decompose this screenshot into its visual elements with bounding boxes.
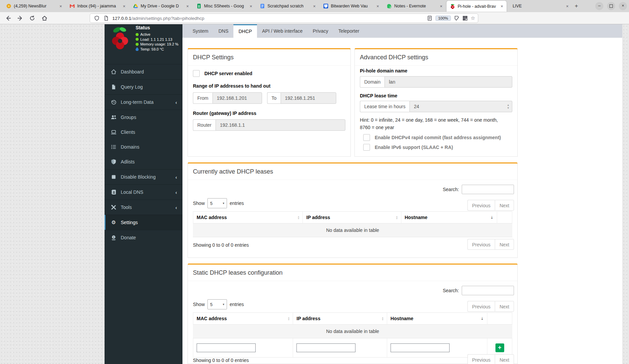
sidebar-item-groups[interactable]: Groups bbox=[105, 110, 182, 125]
search-input[interactable] bbox=[462, 185, 514, 194]
close-icon[interactable]: × bbox=[248, 4, 254, 9]
sidebar-item-tools[interactable]: Tools ‹ bbox=[105, 200, 182, 215]
lease-time-input[interactable] bbox=[409, 101, 512, 112]
page-size-select[interactable]: 5▾ bbox=[207, 198, 227, 208]
close-icon[interactable]: × bbox=[375, 4, 380, 9]
sidebar-item-disable-blocking[interactable]: Disable Blocking ‹ bbox=[105, 169, 182, 184]
range-from-group: From bbox=[193, 92, 262, 104]
browser-tab-drive[interactable]: My Drive - Google D × bbox=[130, 0, 192, 12]
browser-tab-evernote[interactable]: Notes - Evernote × bbox=[383, 0, 446, 12]
shield-icon[interactable] bbox=[94, 16, 99, 21]
sidebar-item-local-dns[interactable]: Local DNS ‹ bbox=[105, 184, 182, 200]
window-minimize-button[interactable]: – bbox=[595, 2, 603, 10]
browser-tab-sheets[interactable]: Misc SSheets - Goog × bbox=[193, 0, 256, 12]
zoom-level-indicator[interactable]: 100% bbox=[435, 16, 451, 21]
domain-input[interactable] bbox=[384, 76, 512, 88]
previous-button[interactable]: Previous bbox=[467, 354, 495, 364]
browser-tab-newsblur[interactable]: (4,259) NewsBlur × bbox=[3, 0, 65, 12]
reload-icon[interactable] bbox=[29, 15, 35, 21]
next-button[interactable]: Next bbox=[495, 354, 514, 364]
window-close-button[interactable]: × bbox=[619, 2, 627, 10]
panel-title: Static DHCP leases configuration bbox=[193, 269, 283, 276]
dhcp-server-enabled-checkbox[interactable] bbox=[193, 70, 200, 77]
ipv6-support-checkbox[interactable] bbox=[363, 144, 370, 151]
url-field[interactable]: 127.0.0.1/admin/settings.php?tab=piholed… bbox=[90, 13, 478, 23]
next-button[interactable]: Next bbox=[495, 200, 514, 211]
browser-tab-gmail[interactable]: Inbox (94) - jaiamma × bbox=[66, 0, 129, 12]
sidebar-item-adlists[interactable]: Adlists bbox=[105, 154, 182, 169]
svg-text:$: $ bbox=[113, 236, 114, 239]
close-icon[interactable]: × bbox=[121, 4, 127, 9]
previous-button[interactable]: Previous bbox=[467, 200, 495, 211]
browser-tab-live[interactable]: LIVE × bbox=[509, 0, 572, 12]
highlight-icon[interactable] bbox=[454, 16, 459, 21]
column-header-hostname[interactable]: Hostname⇣ bbox=[387, 313, 487, 324]
containers-icon[interactable] bbox=[462, 16, 468, 21]
close-icon[interactable]: × bbox=[499, 4, 505, 9]
new-mac-input[interactable] bbox=[197, 343, 256, 352]
ipv6-support-row: Enable IPv6 support (SLAAC + RA) bbox=[363, 144, 453, 151]
tab-system[interactable]: System bbox=[188, 24, 213, 38]
close-icon[interactable]: × bbox=[185, 4, 190, 9]
address-book-icon bbox=[111, 189, 117, 195]
sidebar-item-query-log[interactable]: Query Log bbox=[105, 79, 182, 94]
sidebar: Status Active Load: 1.1 1.21 1.13 Memory… bbox=[105, 24, 182, 364]
close-icon[interactable]: × bbox=[438, 4, 444, 9]
sidebar-item-donate[interactable]: $ Donate bbox=[105, 230, 182, 245]
tab-teleporter[interactable]: Teleporter bbox=[333, 24, 364, 38]
tools-icon bbox=[111, 204, 117, 210]
browser-tab-pihole-active[interactable]: Pi-hole - advait-Brav × bbox=[447, 1, 507, 12]
reader-mode-icon[interactable] bbox=[427, 16, 432, 21]
from-addon: From bbox=[193, 92, 212, 104]
back-icon[interactable] bbox=[5, 15, 11, 21]
static-leases-pagination-top: Previous Next bbox=[467, 301, 514, 312]
column-header-mac[interactable]: MAC address▴▾ bbox=[193, 212, 303, 223]
close-icon[interactable]: × bbox=[312, 4, 317, 9]
sort-active-icon: ⇣ bbox=[490, 216, 493, 219]
browser-tab-scratchpad[interactable]: Scratchpad scratch × bbox=[256, 0, 319, 12]
tab-privacy[interactable]: Privacy bbox=[308, 24, 333, 38]
sidebar-item-settings[interactable]: ⚙ Settings bbox=[105, 215, 182, 230]
next-button[interactable]: Next bbox=[495, 301, 514, 312]
dhcp-settings-panel: DHCP Settings DHCP server enabled Range … bbox=[188, 48, 351, 157]
previous-button[interactable]: Previous bbox=[467, 301, 495, 312]
forward-icon[interactable] bbox=[17, 15, 23, 21]
sidebar-item-long-term-data[interactable]: Long-term Data ‹ bbox=[105, 94, 182, 110]
router-input[interactable] bbox=[216, 119, 345, 131]
sidebar-item-clients[interactable]: Clients bbox=[105, 125, 182, 140]
add-static-lease-button[interactable]: + bbox=[495, 343, 504, 352]
page-info-icon[interactable] bbox=[104, 16, 109, 21]
active-leases-show-entries: Show 5▾ entries bbox=[193, 198, 244, 208]
previous-button[interactable]: Previous bbox=[467, 239, 495, 250]
lease-hint-text: Hint: 0 = infinite, 24 = one day, 168 = … bbox=[360, 117, 508, 131]
column-header-ip[interactable]: IP address▴▾ bbox=[303, 212, 401, 223]
sidebar-item-dashboard[interactable]: Dashboard bbox=[105, 64, 182, 79]
search-input[interactable] bbox=[462, 286, 514, 295]
range-to-input[interactable] bbox=[281, 92, 336, 104]
close-icon[interactable]: × bbox=[565, 4, 570, 9]
tab-api-web-interface[interactable]: API / Web interface bbox=[257, 24, 308, 38]
bitwarden-favicon bbox=[323, 3, 328, 9]
number-spinner-icon[interactable]: ▴▾ bbox=[507, 103, 509, 110]
column-header-hostname[interactable]: Hostname⇣ bbox=[401, 212, 497, 223]
to-addon: To bbox=[267, 92, 281, 104]
new-hostname-input[interactable] bbox=[391, 343, 450, 352]
new-tab-button[interactable]: + bbox=[573, 2, 580, 10]
donate-icon: $ bbox=[111, 235, 117, 241]
column-header-mac[interactable]: MAC address▴▾ bbox=[193, 313, 293, 324]
tab-dhcp[interactable]: DHCP bbox=[233, 24, 257, 38]
home-icon[interactable] bbox=[41, 15, 48, 21]
close-icon[interactable]: × bbox=[58, 4, 63, 9]
tab-dns[interactable]: DNS bbox=[213, 24, 234, 38]
pihole-boxed-wrapper: Status Active Load: 1.1 1.21 1.13 Memory… bbox=[105, 24, 622, 364]
next-button[interactable]: Next bbox=[495, 239, 514, 250]
range-from-input[interactable] bbox=[212, 92, 262, 104]
sidebar-item-domains[interactable]: Domains bbox=[105, 140, 182, 154]
window-restore-button[interactable] bbox=[607, 2, 615, 10]
browser-tab-bitwarden[interactable]: Bitwarden Web Vau × bbox=[320, 0, 382, 12]
column-header-ip[interactable]: IP address▴▾ bbox=[293, 313, 387, 324]
page-size-select[interactable]: 5▾ bbox=[207, 299, 227, 309]
rapid-commit-checkbox[interactable] bbox=[363, 134, 370, 141]
bookmark-star-icon[interactable]: ☆ bbox=[471, 15, 475, 21]
new-ip-input[interactable] bbox=[296, 343, 355, 352]
